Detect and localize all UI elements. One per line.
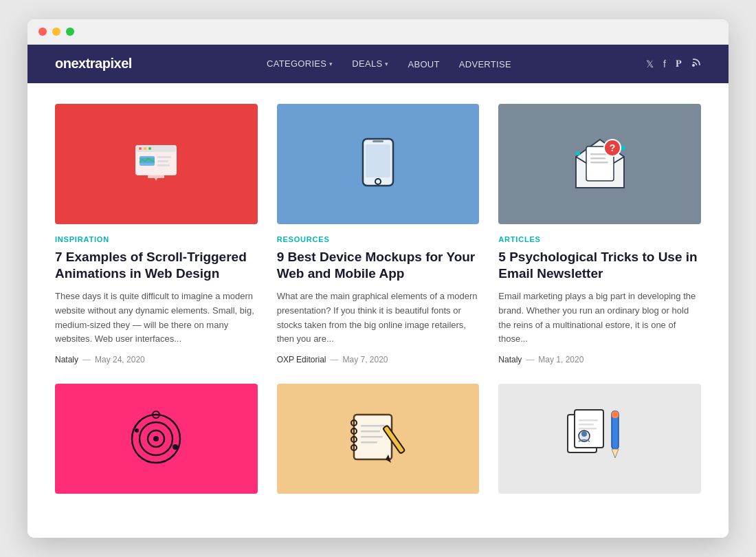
article-thumbnail-6	[498, 384, 701, 494]
svg-rect-47	[579, 428, 597, 430]
article-category-3: ARTICLES	[498, 235, 701, 243]
browser-dot-green[interactable]	[66, 28, 74, 36]
svg-rect-38	[361, 430, 380, 433]
svg-rect-16	[373, 140, 383, 142]
article-author-3: Nataly	[498, 355, 522, 364]
nav-item-categories[interactable]: CATEGORIES ▾	[267, 58, 333, 69]
article-date-2: May 7, 2020	[342, 355, 388, 364]
svg-marker-52	[612, 449, 619, 458]
navbar-nav: CATEGORIES ▾ DEALS ▾ ABOUT ADVERTISE	[267, 58, 511, 70]
browser-chrome	[27, 19, 729, 45]
article-title-3: 5 Psychological Tricks to Use in Email N…	[498, 249, 701, 283]
articles-grid-row2	[55, 384, 701, 505]
article-excerpt-2: What are the main graphical elements of …	[277, 290, 480, 347]
article-thumbnail-1	[55, 104, 258, 224]
svg-point-5	[148, 147, 151, 150]
svg-point-4	[144, 147, 146, 150]
article-card-5[interactable]	[277, 384, 480, 505]
article-card-4[interactable]	[55, 384, 258, 505]
svg-rect-14	[366, 144, 390, 177]
article-author-1: Nataly	[55, 355, 78, 364]
nav-link-categories[interactable]: CATEGORIES	[267, 58, 326, 69]
svg-rect-19	[590, 157, 605, 160]
article-date-3: May 1, 2020	[538, 355, 583, 364]
svg-rect-40	[361, 441, 377, 444]
pinterest-icon[interactable]: 𝐏	[676, 58, 682, 69]
article-card-6[interactable]	[498, 384, 701, 505]
svg-rect-37	[361, 425, 385, 427]
nav-item-deals[interactable]: DEALS ▾	[352, 58, 388, 69]
svg-rect-11	[148, 175, 164, 178]
svg-rect-51	[612, 411, 619, 418]
twitter-icon[interactable]: 𝕏	[646, 58, 654, 69]
chevron-down-icon: ▾	[385, 61, 388, 67]
browser-dot-yellow[interactable]	[52, 28, 60, 36]
svg-rect-20	[590, 162, 608, 164]
article-excerpt-1: These days it is quite difficult to imag…	[55, 290, 258, 347]
article-title-1: 7 Examples of Scroll-Triggered Animation…	[55, 249, 258, 283]
article-author-2: OXP Editorial	[277, 355, 326, 364]
svg-point-24	[621, 146, 625, 150]
article-card-1[interactable]: INSPIRATION 7 Examples of Scroll-Trigger…	[55, 104, 258, 365]
article-thumbnail-5	[277, 384, 480, 494]
article-card-2[interactable]: RESOURCES 9 Best Device Mockups for Your…	[277, 104, 480, 365]
svg-marker-12	[155, 178, 157, 181]
facebook-icon[interactable]: f	[663, 58, 666, 69]
article-date-1: May 24, 2020	[95, 355, 145, 364]
articles-grid-row1: INSPIRATION 7 Examples of Scroll-Trigger…	[55, 104, 701, 365]
article-thumbnail-3: ?	[498, 104, 701, 224]
article-thumbnail-2	[277, 104, 480, 224]
nav-link-advertise[interactable]: ADVERTISE	[459, 59, 511, 69]
browser-dot-red[interactable]	[38, 28, 47, 36]
svg-point-23	[576, 151, 580, 155]
article-excerpt-3: Email marketing plays a big part in deve…	[498, 290, 701, 347]
svg-point-49	[581, 431, 587, 437]
svg-point-28	[153, 436, 159, 441]
main-content: INSPIRATION 7 Examples of Scroll-Trigger…	[27, 83, 729, 538]
article-meta-1: Nataly — May 24, 2020	[55, 355, 258, 364]
article-meta-2: OXP Editorial — May 7, 2020	[277, 355, 480, 364]
chevron-down-icon: ▾	[329, 61, 333, 67]
nav-link-about[interactable]: ABOUT	[408, 59, 439, 69]
article-thumbnail-4	[55, 384, 258, 494]
navbar-social: 𝕏 f 𝐏	[646, 58, 701, 69]
svg-point-31	[135, 428, 139, 433]
navbar-brand: onextrapixel	[55, 56, 132, 72]
browser-window: onextrapixel CATEGORIES ▾ DEALS ▾ ABOUT …	[27, 19, 729, 538]
svg-rect-45	[579, 419, 598, 422]
article-card-3[interactable]: ? ARTICLES 5 Psychological Tricks to Use…	[498, 104, 701, 365]
svg-rect-9	[157, 160, 168, 162]
article-category-2: RESOURCES	[277, 235, 480, 243]
article-title-2: 9 Best Device Mockups for Your Web and M…	[277, 249, 480, 283]
navbar: onextrapixel CATEGORIES ▾ DEALS ▾ ABOUT …	[27, 45, 729, 83]
svg-rect-46	[579, 424, 594, 426]
nav-item-advertise[interactable]: ADVERTISE	[459, 58, 511, 70]
svg-point-3	[139, 147, 142, 150]
svg-text:?: ?	[609, 142, 615, 153]
svg-point-0	[692, 64, 695, 67]
article-category-1: INSPIRATION	[55, 235, 258, 243]
svg-rect-10	[157, 164, 170, 166]
nav-link-deals[interactable]: DEALS	[352, 58, 382, 69]
svg-point-30	[173, 444, 178, 450]
svg-rect-39	[361, 436, 383, 438]
article-meta-3: Nataly — May 1, 2020	[498, 355, 701, 364]
svg-rect-8	[157, 156, 171, 158]
nav-item-about[interactable]: ABOUT	[408, 58, 439, 70]
rss-icon[interactable]	[691, 58, 701, 69]
